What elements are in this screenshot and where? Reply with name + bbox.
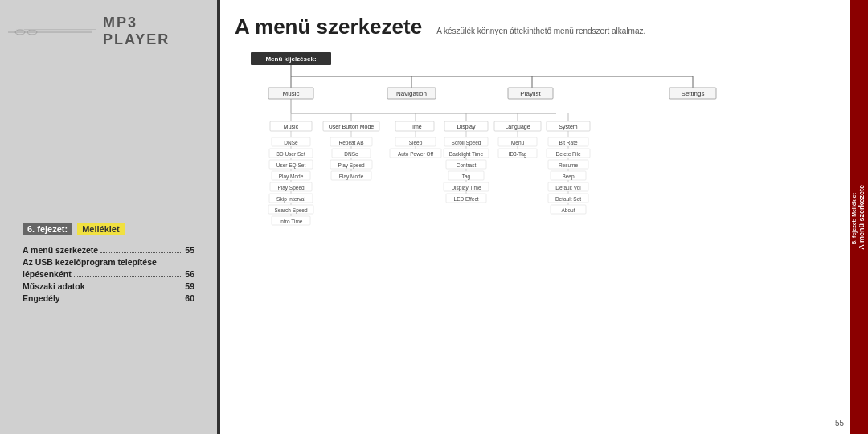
toc-item-3: lépésenként 56 (23, 269, 194, 279)
svg-text:LED Effect: LED Effect (454, 196, 479, 202)
side-tab-text: 6. fejezet: Melléklet A menü szerkezete (851, 185, 866, 250)
toc-text-1: A menü szerkezete (23, 245, 98, 255)
toc-item-5: Engedély 60 (23, 293, 194, 303)
chapter-label: 6. fejezet: Melléklet (23, 223, 194, 235)
svg-text:Resume: Resume (559, 162, 579, 168)
svg-text:DNSe: DNSe (284, 140, 298, 145)
svg-text:Play Mode: Play Mode (339, 174, 364, 180)
page-header: A menü szerkezete A készülék könnyen átt… (235, 14, 854, 39)
svg-text:Time: Time (409, 124, 421, 129)
toc-dots-1 (100, 252, 182, 253)
svg-text:Auto Power Off: Auto Power Off (398, 151, 433, 157)
page-subtitle: A készülék könnyen áttekinthető menü ren… (436, 27, 645, 35)
svg-text:Beep: Beep (562, 174, 575, 180)
svg-text:Language: Language (505, 124, 530, 130)
page-main-title: A menü szerkezete (235, 14, 422, 39)
toc-text-4: Műszaki adatok (23, 281, 85, 291)
svg-text:Settings: Settings (682, 90, 705, 97)
svg-text:User EQ Set: User EQ Set (276, 162, 306, 169)
svg-text:Menu: Menu (511, 140, 525, 145)
toc-text-5: Engedély (23, 293, 60, 303)
left-panel: MP3 PLAYER 6. fejezet: Melléklet A menü … (0, 0, 217, 434)
toc-text-2: Az USB kezelőprogram telepítése (23, 257, 157, 267)
svg-text:System: System (559, 124, 578, 130)
toc-page-3: 56 (185, 269, 194, 279)
toc-text-3: lépésenként (23, 269, 72, 279)
mp3-title-area: MP3 PLAYER (0, 14, 217, 48)
svg-text:Display Time: Display Time (451, 185, 481, 191)
svg-text:Contrast: Contrast (457, 162, 477, 168)
svg-text:Scroll Speed: Scroll Speed (452, 140, 481, 146)
toc-item-4: Műszaki adatok 59 (23, 281, 194, 291)
menu-tree: Menü kijelzések: Music Navigation Playli… (235, 51, 845, 340)
toc-dots-5 (63, 301, 183, 301)
chapter-box: 6. fejezet: Melléklet A menü szerkezete … (23, 223, 194, 305)
toc-item-1: A menü szerkezete 55 (23, 245, 194, 255)
svg-text:User Button Mode: User Button Mode (329, 124, 375, 129)
chapter-number: 6. fejezet: (23, 223, 72, 235)
svg-text:Play Speed: Play Speed (338, 162, 365, 169)
svg-text:Music: Music (284, 124, 299, 129)
svg-text:Sleep: Sleep (409, 140, 423, 146)
svg-text:ID3-Tag: ID3-Tag (509, 151, 527, 158)
toc-dots-3 (74, 276, 183, 277)
page-number: 55 (835, 419, 844, 428)
svg-text:Playlist: Playlist (520, 90, 541, 97)
svg-text:3D User Set: 3D User Set (276, 151, 305, 157)
svg-text:Repeat AB: Repeat AB (338, 140, 363, 146)
svg-text:Menü kijelzések:: Menü kijelzések: (265, 55, 316, 63)
toc-page-1: 55 (185, 245, 194, 255)
toc-page-5: 60 (185, 293, 194, 303)
svg-text:Music: Music (283, 90, 300, 97)
toc-page-4: 59 (185, 281, 194, 291)
svg-text:Navigation: Navigation (396, 90, 427, 97)
svg-text:DNSe: DNSe (344, 151, 358, 157)
side-tab-page-name: A menü szerkezete (858, 185, 867, 250)
svg-text:Delete File: Delete File (555, 151, 580, 157)
svg-text:Intro Time: Intro Time (280, 219, 303, 224)
svg-text:Play Mode: Play Mode (279, 174, 304, 180)
mp3-title: MP3 PLAYER (103, 14, 203, 48)
svg-text:Bit Rate: Bit Rate (559, 140, 578, 145)
svg-text:Default Set: Default Set (555, 196, 581, 202)
svg-text:Default Vol: Default Vol (555, 185, 581, 190)
svg-text:About: About (562, 207, 575, 213)
toc-list: A menü szerkezete 55 Az USB kezelőprogra… (23, 245, 194, 303)
svg-text:Display: Display (457, 124, 476, 130)
toc-item-2: Az USB kezelőprogram telepítése (23, 257, 194, 267)
side-tab: 6. fejezet: Melléklet A menü szerkezete (850, 0, 868, 434)
mp3-decoration (0, 27, 96, 36)
svg-text:Search Speed: Search Speed (274, 207, 308, 214)
svg-text:Skip Interval: Skip Interval (276, 196, 305, 203)
svg-text:Backlight Time: Backlight Time (449, 151, 484, 158)
svg-text:Tag: Tag (462, 174, 471, 180)
svg-text:Play Speed: Play Speed (277, 185, 305, 191)
right-panel: A menü szerkezete A készülék könnyen átt… (217, 0, 868, 434)
chapter-name: Melléklet (77, 223, 124, 235)
toc-dots-4 (88, 289, 183, 289)
